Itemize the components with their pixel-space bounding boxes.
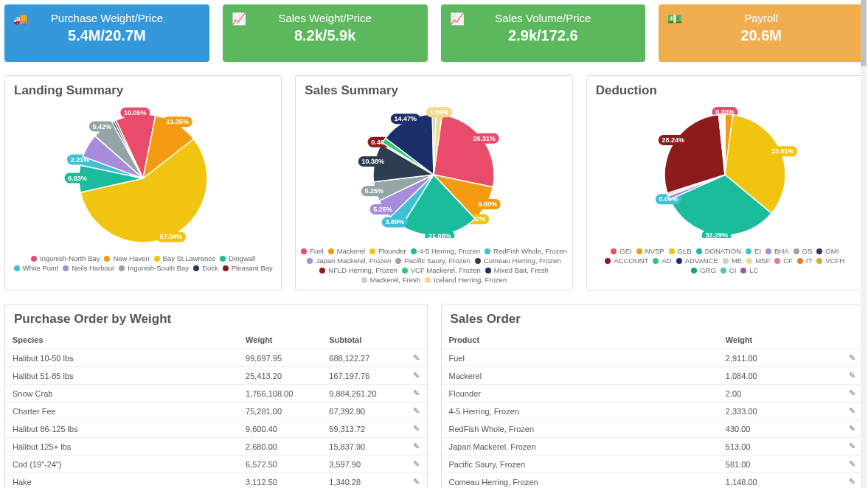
legend-item[interactable]: GS bbox=[794, 247, 813, 255]
edit-button[interactable]: ✎ bbox=[406, 367, 427, 385]
edit-button[interactable]: ✎ bbox=[406, 473, 427, 489]
legend-swatch bbox=[369, 248, 375, 254]
card-sales-weight[interactable]: 📈Sales Weight/Price8.2k/5.9k bbox=[223, 4, 428, 62]
legend-item[interactable]: GLB bbox=[669, 247, 692, 255]
legend-swatch bbox=[723, 258, 729, 264]
svg-text:6.83%: 6.83% bbox=[68, 175, 87, 182]
edit-button[interactable]: ✎ bbox=[406, 402, 427, 420]
legend-item[interactable]: EI bbox=[746, 247, 761, 255]
legend-item[interactable]: Fuel bbox=[301, 247, 323, 255]
table-row: RedFish Whole, Frozen430.00✎ bbox=[442, 420, 864, 438]
legend-item[interactable]: LC bbox=[740, 266, 758, 274]
legend-item[interactable]: Mixed Bait, Fresh bbox=[485, 266, 549, 274]
legend-swatch bbox=[104, 256, 110, 262]
legend-item[interactable]: White Point bbox=[14, 264, 59, 272]
legend-item[interactable]: VCF Mackerel, Frozen bbox=[402, 266, 481, 274]
legend-swatch bbox=[485, 268, 491, 273]
edit-button[interactable]: ✎ bbox=[841, 402, 863, 420]
legend-item[interactable]: Flounder bbox=[369, 247, 406, 255]
table-cell: 1,084.00 bbox=[718, 367, 841, 385]
legend-item[interactable]: Pacific Saury, Frozen bbox=[395, 257, 471, 265]
legend-swatch bbox=[307, 258, 313, 264]
edit-button[interactable]: ✎ bbox=[841, 420, 863, 438]
edit-button[interactable]: ✎ bbox=[406, 385, 427, 402]
card-icon: 🚚 bbox=[13, 12, 28, 26]
legend-item[interactable]: RedFish Whole, Frozen bbox=[485, 247, 567, 255]
pencil-icon: ✎ bbox=[413, 388, 420, 398]
legend-item[interactable]: ADVANCE bbox=[676, 257, 718, 265]
kpi-cards-row: 🚚Purchase Weight/Price5.4M/20.7M📈Sales W… bbox=[4, 4, 864, 62]
pencil-icon: ✎ bbox=[849, 442, 855, 451]
table-cell: 581.00 bbox=[718, 456, 841, 473]
legend-item[interactable]: NFLD Herring, Frozen bbox=[319, 266, 397, 274]
edit-button[interactable]: ✎ bbox=[406, 438, 427, 456]
legend-item[interactable]: Comeau Herring, Frozen bbox=[475, 257, 561, 265]
legend-swatch bbox=[425, 277, 431, 283]
legend-item[interactable]: Dingwall bbox=[220, 254, 255, 262]
card-icon: 📈 bbox=[450, 12, 465, 26]
edit-button[interactable]: ✎ bbox=[841, 438, 863, 456]
slice-label: 28.24% bbox=[659, 135, 688, 145]
edit-button[interactable]: ✎ bbox=[841, 349, 863, 367]
scrollbar[interactable] bbox=[861, 0, 867, 488]
panel-title: Sales Summary bbox=[296, 76, 572, 102]
legend-item[interactable]: Pleasant Bay bbox=[223, 264, 273, 272]
edit-button[interactable]: ✎ bbox=[406, 349, 427, 367]
legend-item[interactable]: Bay St.Lawrence bbox=[154, 254, 216, 262]
legend-item[interactable]: BHA bbox=[765, 247, 789, 255]
table-cell: 75,281.00 bbox=[238, 402, 322, 420]
table-cell: Mackerel bbox=[442, 367, 718, 385]
table-cell: 1,148.00 bbox=[718, 473, 841, 489]
table-row: Japan Mackerel, Frozen513.00✎ bbox=[442, 438, 864, 456]
legend-item[interactable]: MSF bbox=[746, 257, 770, 265]
legend-item[interactable]: Ingonish-North Bay bbox=[31, 254, 100, 262]
slice-label: 32.29% bbox=[701, 230, 731, 238]
legend-item[interactable]: AD bbox=[653, 257, 671, 265]
legend-swatch bbox=[119, 265, 125, 271]
card-payroll[interactable]: 💵Payroll20.6M bbox=[659, 4, 864, 62]
card-purchase[interactable]: 🚚Purchase Weight/Price5.4M/20.7M bbox=[4, 4, 209, 62]
legend-item[interactable]: CI bbox=[721, 266, 737, 274]
legend-item[interactable]: GEI bbox=[611, 247, 631, 255]
sales-order-table: ProductWeight Fuel2,911.00✎Mackerel1,084… bbox=[442, 331, 864, 488]
legend-item[interactable]: DONATION bbox=[696, 247, 741, 255]
edit-button[interactable]: ✎ bbox=[841, 473, 863, 489]
table-cell: 15,837.90 bbox=[322, 438, 405, 456]
legend-swatch bbox=[485, 248, 490, 254]
edit-button[interactable]: ✎ bbox=[841, 456, 863, 473]
legend-swatch bbox=[746, 258, 752, 264]
edit-button[interactable]: ✎ bbox=[841, 367, 863, 385]
legend-item[interactable]: Japan Mackerel, Frozen bbox=[307, 257, 391, 265]
legend-item[interactable]: Iceland Herring, Frozen bbox=[425, 276, 507, 284]
table-cell: Pacific Saury, Frozen bbox=[442, 456, 718, 473]
card-sales-volume[interactable]: 📈Sales Volume/Price2.9k/172.6 bbox=[441, 4, 646, 62]
svg-text:5.25%: 5.25% bbox=[365, 187, 384, 195]
charts-row: Landing Summary 10.05%11.35%57.04%6.83%2… bbox=[4, 75, 864, 290]
panel-title: Purchase Order by Weight bbox=[5, 304, 427, 331]
legend-item[interactable]: IT bbox=[797, 257, 812, 265]
legend-item[interactable]: Mackerel bbox=[328, 247, 366, 255]
legend-item[interactable]: 4-5 Herring, Frozen bbox=[411, 247, 480, 255]
legend-item[interactable]: ME bbox=[723, 257, 742, 265]
table-cell: 25,413.20 bbox=[238, 367, 322, 385]
slice-label: 9.80% bbox=[475, 199, 501, 209]
legend-item[interactable]: GMI bbox=[816, 247, 839, 255]
legend-item[interactable]: Neils Harbour bbox=[63, 264, 114, 272]
legend-swatch bbox=[220, 256, 226, 262]
legend-item[interactable]: VCFH bbox=[816, 257, 844, 265]
pencil-icon: ✎ bbox=[849, 406, 855, 416]
legend-item[interactable]: Mackerel, Fresh bbox=[361, 276, 420, 284]
legend-item[interactable]: CF bbox=[774, 257, 793, 265]
legend-item[interactable]: ACCOUNT bbox=[605, 257, 648, 265]
legend-item[interactable]: Dock bbox=[193, 264, 218, 272]
legend-item[interactable]: New Haven bbox=[104, 254, 149, 262]
legend-item[interactable]: GRG bbox=[691, 266, 716, 274]
legend-item[interactable]: Ingonish-South Bay bbox=[119, 264, 189, 272]
edit-button[interactable]: ✎ bbox=[841, 385, 863, 402]
legend-swatch bbox=[774, 258, 780, 264]
edit-button[interactable]: ✎ bbox=[406, 420, 427, 438]
legend-item[interactable]: NVSP bbox=[636, 247, 664, 255]
legend-swatch bbox=[475, 258, 481, 264]
legend-swatch bbox=[636, 248, 642, 254]
edit-button[interactable]: ✎ bbox=[406, 456, 427, 473]
